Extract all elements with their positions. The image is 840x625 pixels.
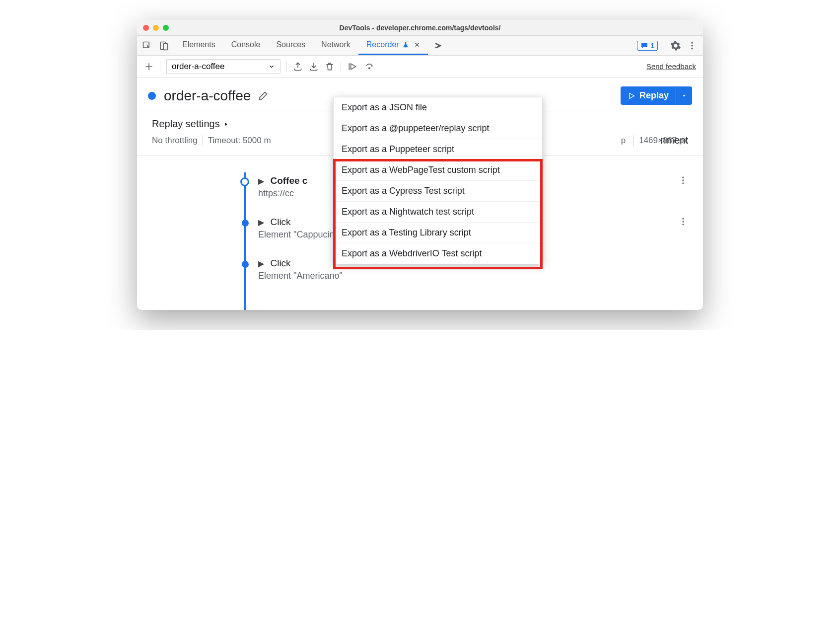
import-icon[interactable] [309,62,319,72]
caret-right-icon [223,121,229,127]
svg-point-3 [691,42,693,43]
tab-sources[interactable]: Sources [268,36,313,55]
replay-button[interactable]: Replay [621,86,692,105]
step-marker-icon [242,220,249,227]
export-menu-popup: Export as a JSON file Export as a @puppe… [333,97,543,264]
replay-button-label: Replay [639,90,669,101]
settings-gear-icon[interactable] [670,40,681,51]
titlebar: DevTools - developer.chrome.com/tags/dev… [137,20,703,36]
divider [341,61,341,72]
export-item-cypress[interactable]: Export as a Cypress Test script [334,181,542,202]
recording-status-dot [148,92,156,100]
divider [203,135,203,146]
toggle-device-icon[interactable] [159,41,169,51]
replay-button-dropdown[interactable] [676,86,692,105]
caret-right-icon: ▶ [258,259,264,268]
devtools-window: DevTools - developer.chrome.com/tags/dev… [137,20,703,310]
edit-title-icon[interactable] [258,90,269,101]
export-icon[interactable] [293,62,303,72]
throttling-value: No throttling [152,136,198,146]
flask-icon [402,41,409,48]
step-subtitle: Element "Cappucino" [258,230,343,240]
send-feedback-link[interactable]: Send feedback [646,62,696,71]
new-recording-icon[interactable] [144,62,154,72]
devtools-tabstrip: Elements Console Sources Network Recorde… [137,36,703,56]
delete-icon[interactable] [325,62,335,72]
step-title: Coffee c [270,175,307,186]
svg-point-11 [682,221,684,222]
export-item-puppeteer[interactable]: Export as a Puppeteer script [334,139,542,160]
more-tabs-button[interactable] [428,36,447,55]
recording-title: order-a-coffee [164,88,251,104]
export-item-webdriverio[interactable]: Export as a WebdriverIO Test script [334,243,542,264]
timeout-value: Timeout: 5000 m [208,136,271,146]
step-menu-icon[interactable] [678,217,688,227]
viewport-value: 1469×887 px [639,136,688,146]
divider [633,135,634,146]
export-item-puppeteer-replay[interactable]: Export as a @puppeteer/replay script [334,118,542,139]
tab-elements[interactable]: Elements [174,36,223,55]
tab-recorder-label: Recorder [366,40,399,49]
recording-select-value: order-a-coffee [172,62,224,72]
issues-badge[interactable]: 1 [637,41,658,51]
step-subtitle: https://cc [258,188,307,199]
caret-down-icon [681,93,687,99]
chevron-down-icon [268,63,275,70]
tab-console[interactable]: Console [223,36,269,55]
tabstrip-left-tools [137,36,174,55]
close-tab-icon[interactable] [414,42,420,48]
play-icon [628,92,635,100]
svg-point-8 [682,179,684,181]
svg-point-4 [691,45,693,46]
export-item-json[interactable]: Export as a JSON file [334,97,542,118]
divider [286,61,287,72]
recorder-toolbar: order-a-coffee Send feedback [137,56,703,78]
tab-network[interactable]: Network [313,36,358,55]
caret-right-icon: ▶ [258,218,264,227]
svg-point-6 [369,68,370,69]
export-item-testing-library[interactable]: Export as a Testing Library script [334,223,542,243]
export-item-nightwatch[interactable]: Export as a Nightwatch test script [334,202,542,223]
step-icon[interactable] [364,62,375,72]
step-marker-icon [242,261,249,268]
tab-recorder[interactable]: Recorder [358,36,428,55]
issues-count: 1 [650,42,654,50]
kebab-menu-icon[interactable] [687,41,697,51]
step-subtitle: Element "Americano" [258,271,343,281]
continue-icon[interactable] [347,62,358,72]
step-marker-icon [240,177,249,186]
window-title: DevTools - developer.chrome.com/tags/dev… [137,24,703,32]
chat-icon [640,42,648,50]
replay-button-main[interactable]: Replay [621,86,676,105]
replay-settings-label: Replay settings [152,118,220,130]
svg-point-9 [682,182,684,184]
svg-rect-2 [163,43,167,50]
env-value-partial: p [621,136,626,146]
export-item-webpagetest[interactable]: Export as a WebPageTest custom script [334,160,542,181]
divider [664,40,664,51]
svg-point-12 [682,224,684,225]
svg-point-7 [682,177,684,178]
divider [160,61,160,72]
step-title: Click [270,258,290,268]
tabstrip-right-tools: 1 [637,36,703,55]
step-menu-icon[interactable] [678,175,688,185]
svg-point-5 [691,48,693,49]
step-title: Click [270,217,290,227]
svg-rect-0 [143,42,149,48]
svg-point-10 [682,218,684,220]
caret-right-icon: ▶ [258,176,264,186]
recording-select[interactable]: order-a-coffee [166,59,280,74]
inspect-element-icon[interactable] [142,41,152,51]
